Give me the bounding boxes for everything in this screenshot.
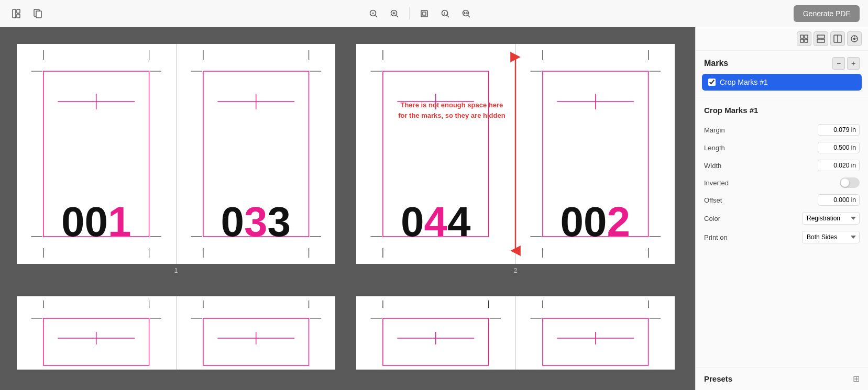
presets-header: Presets ⊞ <box>704 374 860 384</box>
spread-1-pages: 001 <box>17 44 335 264</box>
spread-2-pages: 044 <box>356 44 675 264</box>
length-label: Length <box>704 144 725 152</box>
svg-rect-72 <box>203 318 309 365</box>
page-1: 001 <box>17 44 177 264</box>
page-1-number: 001 <box>61 201 131 243</box>
color-row: Color Registration Black Cyan Magenta <box>696 209 868 228</box>
crop-marks-detail-title: Crop Marks #1 <box>696 104 868 121</box>
print-on-row: Print on Both Sides Front Only Back Only <box>696 228 868 247</box>
main-layout: 001 <box>0 27 868 390</box>
margin-row: Margin <box>696 121 868 139</box>
print-on-select[interactable]: Both Sides Front Only Back Only <box>802 231 860 243</box>
width-row: Width <box>696 157 868 174</box>
presets-title: Presets <box>704 374 732 383</box>
page-8 <box>516 296 675 370</box>
crop-marks-item[interactable]: Crop Marks #1 <box>702 74 862 91</box>
margin-input[interactable] <box>818 124 860 136</box>
svg-rect-94 <box>817 39 825 42</box>
fit-page-btn[interactable] <box>416 5 433 22</box>
zoom-in-btn[interactable] <box>386 5 403 22</box>
panel-icon-4[interactable] <box>847 31 862 46</box>
inverted-toggle[interactable] <box>840 177 860 188</box>
svg-rect-65 <box>43 318 149 365</box>
crop-marks-checkbox[interactable] <box>708 79 716 86</box>
panel-icon-3[interactable] <box>830 31 845 46</box>
offset-input[interactable] <box>818 194 860 206</box>
marks-header: Marks − + <box>696 51 868 74</box>
margin-label: Margin <box>704 126 725 134</box>
spread-2: 044 <box>350 38 681 282</box>
marks-plus-btn[interactable]: + <box>847 57 860 70</box>
svg-rect-90 <box>805 35 808 38</box>
canvas-area[interactable]: 001 <box>0 27 695 390</box>
inverted-row: Inverted <box>696 174 868 191</box>
spread-1-label: 1 <box>17 264 335 275</box>
marks-actions: − + <box>832 57 860 70</box>
toolbar-center-section: 1:1 <box>365 5 475 22</box>
page-4-number: 002 <box>561 201 630 243</box>
svg-line-17 <box>468 15 470 17</box>
spread-4 <box>350 290 681 376</box>
svg-rect-93 <box>817 35 825 38</box>
pages-grid: 001 <box>10 38 681 376</box>
color-select[interactable]: Registration Black Cyan Magenta <box>802 212 860 225</box>
page-2-number: 033 <box>221 201 291 243</box>
svg-text:1:1: 1:1 <box>443 12 448 15</box>
svg-point-98 <box>854 38 855 40</box>
svg-rect-92 <box>805 39 808 42</box>
marks-minus-btn[interactable]: − <box>832 57 845 70</box>
page-5 <box>17 296 177 370</box>
svg-rect-1 <box>17 9 20 13</box>
svg-rect-79 <box>383 318 489 365</box>
page-3-number: 044 <box>401 201 471 243</box>
svg-rect-89 <box>800 35 804 38</box>
presets-section: Presets ⊞ <box>696 367 868 390</box>
print-on-label: Print on <box>704 233 728 241</box>
section-divider <box>696 97 868 97</box>
spread-3 <box>10 290 342 376</box>
page-3: 044 <box>356 44 516 264</box>
layout-icon-btn[interactable] <box>8 5 25 22</box>
svg-line-15 <box>447 15 449 17</box>
page-6 <box>177 296 336 370</box>
presets-grid-icon[interactable]: ⊞ <box>853 374 860 384</box>
panel-icon-2[interactable] <box>814 31 828 46</box>
inverted-label: Inverted <box>704 179 729 187</box>
page-2-pink-digit: 3 <box>244 198 268 245</box>
length-input[interactable] <box>818 142 860 153</box>
page-2: 033 <box>177 44 336 264</box>
svg-line-11 <box>396 15 398 17</box>
page-7 <box>356 296 516 370</box>
offset-row: Offset <box>696 191 868 209</box>
pages-icon-btn[interactable] <box>29 5 46 22</box>
svg-rect-12 <box>421 10 427 17</box>
zoom-fit-btn[interactable] <box>458 5 475 22</box>
svg-rect-2 <box>17 14 20 18</box>
right-panel: Marks − + Crop Marks #1 Crop Marks #1 Ma… <box>695 27 868 390</box>
width-input[interactable] <box>818 160 860 171</box>
page-4-pink-digit: 2 <box>607 198 630 245</box>
crop-marks-item-label: Crop Marks #1 <box>720 78 768 86</box>
generate-pdf-button[interactable]: Generate PDF <box>794 5 860 22</box>
color-label: Color <box>704 215 720 222</box>
offset-label: Offset <box>704 196 722 204</box>
width-label: Width <box>704 162 721 170</box>
page-1-pink-digit: 1 <box>108 198 131 245</box>
page-3-pink-digit: 4 <box>424 198 448 245</box>
svg-rect-0 <box>13 9 16 18</box>
zoom-out-btn[interactable] <box>365 5 382 22</box>
svg-rect-86 <box>542 318 648 365</box>
svg-rect-4 <box>36 11 41 18</box>
svg-line-7 <box>375 15 377 17</box>
spread-1: 001 <box>10 38 342 282</box>
svg-rect-91 <box>800 39 804 42</box>
toolbar-left-section <box>8 5 46 22</box>
marks-title: Marks <box>704 59 728 68</box>
toolbar-right-section: Generate PDF <box>794 5 860 22</box>
toolbar-divider <box>409 7 410 20</box>
panel-icon-1[interactable] <box>797 31 811 46</box>
zoom-actual-btn[interactable]: 1:1 <box>437 5 454 22</box>
length-row: Length <box>696 139 868 157</box>
spread-2-label: 2 <box>356 264 675 275</box>
main-toolbar: 1:1 Generate PDF <box>0 0 868 27</box>
